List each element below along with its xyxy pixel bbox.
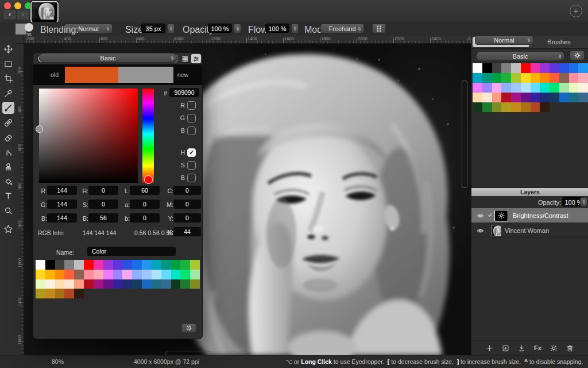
color-value-field[interactable]: 0 [173, 200, 201, 209]
color-swatch[interactable] [161, 260, 171, 270]
layer-thumbnail[interactable] [491, 225, 501, 236]
color-swatch[interactable] [569, 63, 579, 73]
color-swatch[interactable] [511, 93, 521, 102]
color-swatch[interactable] [540, 102, 550, 112]
color-value-field[interactable]: 56 [88, 213, 118, 223]
saturation-brightness-picker[interactable] [39, 89, 138, 183]
add-layer-button[interactable] [486, 344, 493, 352]
color-swatch[interactable] [531, 63, 540, 73]
close-window-button[interactable] [4, 2, 11, 9]
mode-dropdown[interactable]: Freehand [320, 24, 364, 33]
color-swatch[interactable] [550, 83, 559, 93]
color-swatch[interactable] [492, 73, 502, 83]
color-swatch[interactable] [578, 93, 588, 102]
move-tool[interactable] [2, 43, 14, 55]
color-swatch[interactable] [64, 270, 74, 279]
color-name-field[interactable]: Color [87, 247, 176, 256]
healing-tool[interactable] [2, 117, 14, 129]
color-value-field[interactable]: 60 [130, 186, 160, 195]
color-value-field[interactable]: 144 [47, 186, 77, 195]
channel-checkbox-g[interactable] [187, 114, 196, 122]
color-swatch[interactable] [36, 289, 45, 298]
color-swatch[interactable] [511, 102, 521, 112]
opacity-field[interactable]: 100 % [208, 24, 232, 33]
size-stepper[interactable] [167, 24, 175, 33]
color-swatch[interactable] [103, 260, 113, 270]
color-swatch[interactable] [152, 270, 161, 279]
color-swatch[interactable] [103, 270, 113, 279]
color-swatch[interactable] [161, 279, 171, 289]
color-swatch[interactable] [501, 63, 511, 73]
eye-icon[interactable] [477, 212, 484, 220]
color-swatch[interactable] [531, 73, 540, 83]
palette-select-dropdown[interactable]: Basic [476, 51, 564, 61]
adjustment-button[interactable] [550, 344, 558, 352]
color-swatch[interactable] [482, 93, 492, 102]
color-swatch[interactable] [511, 73, 521, 83]
fx-button[interactable]: Fx [534, 344, 541, 351]
tab-brushes[interactable]: Brushes [531, 37, 587, 47]
color-swatch[interactable] [550, 73, 559, 83]
color-swatch[interactable] [132, 270, 142, 279]
color-swatch[interactable] [64, 289, 74, 298]
color-swatch[interactable] [482, 63, 492, 73]
new-color-swatch[interactable] [118, 67, 173, 83]
hue-slider-handle[interactable] [144, 175, 153, 184]
color-value-field[interactable]: 0 [88, 200, 118, 209]
color-swatch[interactable] [492, 102, 502, 112]
old-color-swatch[interactable] [65, 67, 118, 83]
color-value-field[interactable]: 0 [88, 186, 118, 195]
color-swatch[interactable] [473, 102, 482, 112]
color-swatch[interactable] [55, 279, 65, 289]
color-swatch[interactable] [569, 73, 579, 83]
channel-checkbox-b[interactable] [187, 126, 196, 135]
color-swatch[interactable] [473, 93, 482, 102]
layer-row[interactable]: Vincent Woman [471, 223, 588, 238]
color-swatch[interactable] [559, 73, 569, 83]
color-swatch[interactable] [180, 260, 190, 270]
color-swatch[interactable] [94, 270, 103, 279]
color-swatch[interactable] [473, 83, 482, 93]
color-swatch[interactable] [113, 279, 123, 289]
smudge-tool[interactable] [2, 146, 14, 158]
k-field[interactable]: 44 [173, 227, 201, 236]
color-swatch[interactable] [473, 73, 482, 83]
color-swatch[interactable] [142, 260, 152, 270]
color-swatch[interactable] [492, 83, 502, 93]
color-swatch[interactable] [74, 279, 84, 289]
color-swatch[interactable] [559, 93, 569, 102]
color-swatch[interactable] [152, 279, 161, 289]
color-swatch[interactable] [45, 279, 55, 289]
grid-view-button[interactable] [181, 55, 189, 63]
palette-settings-button[interactable] [181, 323, 196, 333]
color-swatch[interactable] [559, 63, 569, 73]
color-swatch[interactable] [511, 63, 521, 73]
color-swatch[interactable] [180, 270, 190, 279]
forward-button[interactable]: › [16, 10, 30, 20]
color-swatch[interactable] [531, 83, 540, 93]
color-swatch[interactable] [540, 93, 550, 102]
color-swatch[interactable] [171, 260, 181, 270]
channel-checkbox-b[interactable] [187, 174, 196, 182]
brush-tool[interactable] [2, 102, 14, 114]
color-swatch[interactable] [540, 73, 550, 83]
color-swatch[interactable] [142, 279, 152, 289]
color-swatch[interactable] [45, 289, 55, 298]
color-swatch[interactable] [501, 83, 511, 93]
color-swatch[interactable] [521, 63, 531, 73]
color-value-field[interactable]: 0 [130, 213, 160, 223]
color-swatch[interactable] [540, 63, 550, 73]
zoom-tool[interactable] [2, 205, 14, 217]
size-field[interactable]: 35 px [141, 24, 165, 33]
color-value-field[interactable]: 0 [130, 200, 160, 209]
fill-tool[interactable] [2, 175, 14, 187]
color-swatch[interactable] [64, 279, 74, 289]
opacity-stepper[interactable] [234, 24, 241, 33]
hex-field[interactable]: 909090 [169, 88, 199, 97]
color-swatch[interactable] [190, 260, 200, 270]
color-swatch[interactable] [55, 260, 65, 270]
color-swatch[interactable] [521, 83, 531, 93]
color-swatch[interactable] [45, 260, 55, 270]
color-swatch[interactable] [113, 260, 123, 270]
color-swatch[interactable] [36, 260, 45, 270]
